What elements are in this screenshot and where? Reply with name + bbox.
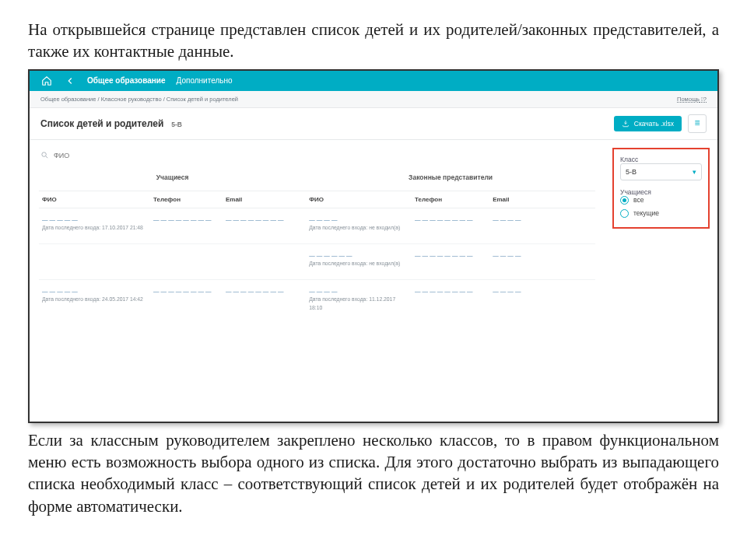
page-title: Список детей и родителей [40, 118, 163, 129]
cell: — — — — [489, 244, 595, 279]
breadcrumb: Общее образование / Классное руководство… [40, 96, 238, 103]
cell: — — — — [309, 216, 337, 223]
students-filter-label: Учащиеся [620, 188, 702, 196]
class-badge: 5-В [171, 121, 182, 128]
help-label: Помощь [677, 96, 700, 103]
col-remail[interactable]: Email [489, 191, 595, 208]
table-row: — — — — —Дата последнего входа: 17.10.20… [39, 208, 595, 244]
radio-all[interactable]: все [620, 196, 702, 205]
col-header-row: ФИО Телефон Email ФИО Телефон Email [39, 191, 595, 208]
cell: — — — — — — — — [412, 280, 489, 324]
cell: — — — — — — — — [223, 280, 306, 324]
app-screenshot: Общее образование Дополнительно Общее об… [28, 69, 719, 423]
nav-main[interactable]: Общее образование [87, 76, 166, 85]
cell: — — — — — — [309, 252, 352, 259]
svg-point-0 [42, 152, 47, 157]
cell: — — — — [309, 288, 337, 295]
radio-icon [620, 209, 629, 218]
doc-paragraph-top: На открывшейся странице представлен спис… [28, 19, 719, 63]
table-row: — — — — — —Дата последнего входа: не вхо… [39, 244, 595, 280]
cell-sub: Дата последнего входа: 11.12.2017 18:10 [309, 296, 395, 310]
search-row [39, 146, 595, 170]
cell: — — — — — [42, 288, 78, 295]
table: Учащиеся Законные представители ФИО Теле… [39, 170, 595, 324]
cell: — — — — — [42, 216, 78, 223]
col-phone[interactable]: Телефон [150, 191, 223, 208]
cell-sub: Дата последнего входа: 17.10.2017 21:48 [42, 225, 143, 230]
col-rphone[interactable]: Телефон [412, 191, 489, 208]
breadcrumb-bar: Общее образование / Классное руководство… [30, 91, 717, 108]
cell-sub: Дата последнего входа: не входил(а) [309, 261, 400, 266]
nav-extra[interactable]: Дополнительно [177, 76, 233, 85]
class-filter-label: Класс [620, 156, 702, 163]
cell: — — — — — — — — [223, 208, 306, 243]
chevron-down-icon: ▾ [693, 168, 696, 176]
class-select-value: 5-В [626, 168, 637, 176]
group-header-students: Учащиеся [39, 170, 306, 191]
search-icon [40, 151, 49, 161]
col-email[interactable]: Email [223, 191, 306, 208]
radio-all-label: все [633, 196, 644, 204]
main-column: Учащиеся Законные представители ФИО Теле… [30, 140, 605, 422]
title-bar: Список детей и родителей 5-В Скачать .xl… [30, 108, 717, 140]
cell: — — — — — — — — [412, 208, 489, 243]
search-input[interactable] [54, 152, 178, 159]
students-radio-group: все текущие [620, 196, 702, 218]
help-link[interactable]: Помощь ⃝? [677, 96, 707, 103]
side-filter-box: Класс 5-В ▾ Учащиеся все [612, 148, 710, 229]
content-area: Учащиеся Законные представители ФИО Теле… [30, 140, 717, 422]
table-row: — — — — —Дата последнего входа: 24.05.20… [39, 280, 595, 324]
cell: — — — — [489, 280, 595, 324]
cell-sub: Дата последнего входа: 24.05.2017 14:42 [42, 296, 143, 302]
download-icon [622, 120, 630, 128]
cell-sub: Дата последнего входа: не входил(а) [309, 225, 400, 230]
download-label: Скачать .xlsx [634, 120, 674, 128]
col-rfio[interactable]: ФИО [306, 191, 412, 208]
group-header-reps: Законные представители [306, 170, 595, 191]
home-icon[interactable] [40, 75, 53, 87]
back-icon[interactable] [64, 75, 76, 87]
cell: — — — — — — — — [150, 280, 223, 324]
cell: — — — — — — — — [150, 208, 223, 243]
download-button[interactable]: Скачать .xlsx [614, 116, 682, 131]
col-fio[interactable]: ФИО [39, 191, 150, 208]
cell: — — — — [489, 208, 595, 243]
cell: — — — — — — — — [412, 244, 489, 279]
topbar: Общее образование Дополнительно [30, 71, 717, 91]
radio-current[interactable]: текущие [620, 209, 702, 218]
radio-icon [620, 196, 629, 205]
doc-paragraph-bottom: Если за классным руководителем закреплен… [28, 429, 719, 517]
settings-button[interactable]: ≡ [688, 114, 707, 133]
class-select[interactable]: 5-В ▾ [620, 163, 702, 180]
radio-current-label: текущие [633, 209, 659, 217]
side-panel: Класс 5-В ▾ Учащиеся все [605, 140, 717, 422]
sliders-icon: ≡ [694, 118, 700, 128]
